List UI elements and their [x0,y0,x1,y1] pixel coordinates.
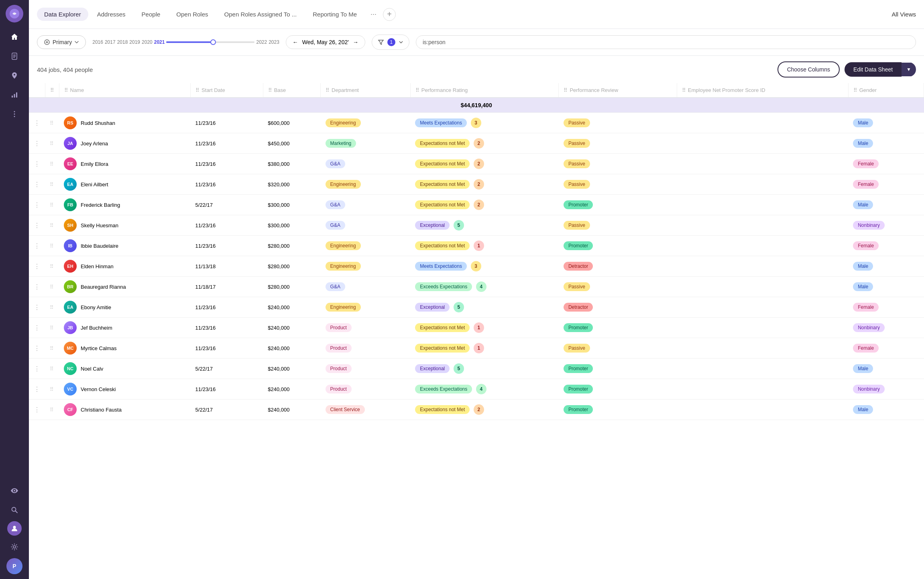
row-menu-cell[interactable]: ⋮ [29,154,45,174]
performance-rating-cell: Exceptional 5 [410,297,559,318]
col-performance-rating[interactable]: ⠿ Performance Rating [410,83,559,98]
prev-date-arrow[interactable]: ← [293,39,298,45]
timeline-track[interactable] [166,41,254,43]
col-performance-review[interactable]: ⠿ Performance Review [559,83,677,98]
performance-review-cell: Promoter [559,318,677,338]
action-buttons: Choose Columns Edit Data Sheet ▼ [777,61,916,77]
chart-icon[interactable] [6,87,22,103]
drag-handle-icon[interactable]: ⠿ [50,161,54,167]
row-menu-cell[interactable]: ⋮ [29,400,45,420]
department-cell: G&A [321,215,411,236]
next-date-arrow[interactable]: → [353,39,358,45]
drag-handle-icon[interactable]: ⠿ [50,243,54,249]
eye-icon[interactable] [6,483,22,499]
drag-handle-icon[interactable]: ⠿ [50,325,54,331]
row-menu-icon[interactable]: ⋮ [34,365,40,372]
document-icon[interactable] [6,48,22,64]
col-base[interactable]: ⠿ Base [263,83,320,98]
row-menu-icon[interactable]: ⋮ [34,283,40,290]
enps-id-cell [677,256,848,277]
row-menu-icon[interactable]: ⋮ [34,263,40,270]
drag-handle-icon[interactable]: ⠿ [50,304,54,310]
row-menu-icon[interactable]: ⋮ [34,304,40,311]
col-department[interactable]: ⠿ Department [321,83,411,98]
search-input[interactable] [416,35,916,49]
drag-handle-icon[interactable]: ⠿ [50,120,54,126]
search-icon[interactable] [6,502,22,518]
primary-dropdown-button[interactable]: Primary [37,35,86,49]
row-menu-cell[interactable]: ⋮ [29,174,45,195]
timeline-slider[interactable]: 2016 2017 2018 2019 2020 2021 2022 2023 [92,39,279,45]
timeline-thumb[interactable] [210,39,216,45]
col-drag: ⠿ [45,83,59,98]
row-menu-cell[interactable]: ⋮ [29,236,45,256]
department-cell: Engineering [321,236,411,256]
avatar: NC [64,362,77,375]
row-menu-cell[interactable]: ⋮ [29,297,45,318]
row-menu-cell[interactable]: ⋮ [29,277,45,297]
person-name: Rudd Shushan [81,120,115,126]
tabs-more-button[interactable]: ··· [366,7,381,22]
tab-data-explorer[interactable]: Data Explorer [37,8,88,21]
gender-cell: Nonbinary [848,318,924,338]
drag-handle-icon[interactable]: ⠿ [50,366,54,372]
row-menu-icon[interactable]: ⋮ [34,243,40,249]
data-table-container[interactable]: ⠿ ⠿ Name ⠿ Start Date ⠿ Base ⠿ Departmen… [29,83,924,579]
drag-handle-icon[interactable]: ⠿ [50,284,54,290]
drag-handle-icon[interactable]: ⠿ [50,263,54,269]
choose-columns-button[interactable]: Choose Columns [777,61,840,77]
col-enps-id[interactable]: ⠿ Employee Net Promoter Score ID [677,83,848,98]
department-cell: G&A [321,195,411,215]
row-menu-cell[interactable]: ⋮ [29,195,45,215]
date-navigator[interactable]: ← Wed, May 26, 202' → [286,35,365,49]
edit-datasheet-dropdown-arrow[interactable]: ▼ [902,63,916,76]
tab-open-roles[interactable]: Open Roles [169,8,215,21]
settings-icon[interactable] [6,539,22,555]
drag-handle-icon[interactable]: ⠿ [50,407,54,413]
drag-handle-icon[interactable]: ⠿ [50,181,54,188]
row-menu-icon[interactable]: ⋮ [34,181,40,188]
col-start-date[interactable]: ⠿ Start Date [191,83,263,98]
row-menu-cell[interactable]: ⋮ [29,133,45,154]
drag-handle-icon[interactable]: ⠿ [50,202,54,208]
enps-id-cell [677,338,848,359]
user-profile-avatar[interactable]: P [6,558,22,574]
col-gender[interactable]: ⠿ Gender [848,83,924,98]
drag-handle-icon[interactable]: ⠿ [50,141,54,147]
row-menu-icon[interactable]: ⋮ [34,161,40,167]
drag-handle-icon[interactable]: ⠿ [50,345,54,351]
all-views-button[interactable]: All Views [891,11,916,18]
row-menu-cell[interactable]: ⋮ [29,113,45,133]
filter-button[interactable]: 1 [372,35,409,50]
row-menu-icon[interactable]: ⋮ [34,202,40,208]
col-name[interactable]: ⠿ Name [59,83,191,98]
performance-rating-badge: Expectations not Met [415,139,470,148]
row-menu-cell[interactable]: ⋮ [29,379,45,400]
row-menu-cell[interactable]: ⋮ [29,256,45,277]
drag-handle-icon[interactable]: ⠿ [50,386,54,392]
more-icon[interactable] [6,106,22,122]
row-menu-cell[interactable]: ⋮ [29,215,45,236]
row-menu-icon[interactable]: ⋮ [34,324,40,331]
row-menu-icon[interactable]: ⋮ [34,345,40,352]
row-menu-icon[interactable]: ⋮ [34,140,40,147]
row-menu-cell[interactable]: ⋮ [29,338,45,359]
row-menu-cell[interactable]: ⋮ [29,318,45,338]
edit-datasheet-button[interactable]: Edit Data Sheet ▼ [845,62,916,77]
gender-badge: Female [853,180,879,189]
add-tab-button[interactable]: + [383,8,396,21]
tab-reporting-to-me[interactable]: Reporting To Me [305,8,364,21]
tab-addresses[interactable]: Addresses [90,8,133,21]
location-icon[interactable] [6,67,22,84]
row-menu-icon[interactable]: ⋮ [34,120,40,126]
row-menu-icon[interactable]: ⋮ [34,406,40,413]
drag-handle-icon[interactable]: ⠿ [50,222,54,228]
home-icon[interactable] [6,29,22,45]
user-avatar-icon[interactable] [7,521,22,536]
row-menu-cell[interactable]: ⋮ [29,359,45,379]
row-menu-icon[interactable]: ⋮ [34,222,40,229]
app-logo[interactable] [6,5,23,22]
row-menu-icon[interactable]: ⋮ [34,386,40,393]
tab-open-roles-assigned[interactable]: Open Roles Assigned To ... [217,8,304,21]
tab-people[interactable]: People [134,8,168,21]
